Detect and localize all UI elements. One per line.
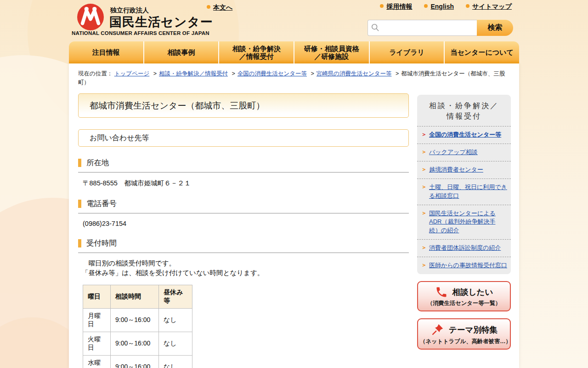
breadcrumb-items: >トップページ >相談・紛争解決／情報受付 >全国の消費生活センター等 >宮崎県… xyxy=(78,70,505,86)
address-value: 〒885-8555 都城市姫城町６－２１ xyxy=(83,179,409,188)
breadcrumb-link[interactable]: トップページ xyxy=(114,70,149,77)
search-button[interactable]: 検索 xyxy=(477,20,513,36)
arrow-icon: ＞ xyxy=(421,261,427,269)
pushpin-icon xyxy=(430,323,444,337)
contact-box-title: お問い合わせ先等 xyxy=(78,129,409,147)
address-section: 所在地 〒885-8555 都城市姫城町６－２１ xyxy=(78,158,409,188)
hours-section: 受付時間 曜日別の相談受付時間です。 「昼休み等」は、相談を受け付けていない時間… xyxy=(78,238,409,368)
main-nav: 注目情報 相談事例 相談・紛争解決 ／情報受付 研修・相談員資格 ／研修施設 ラ… xyxy=(69,41,519,63)
nav-tab[interactable]: 相談事例 xyxy=(143,41,219,63)
hours-table-header-cell: 相談時間 xyxy=(111,285,159,309)
bullet-icon xyxy=(466,4,469,8)
breadcrumb-link[interactable]: 全国の消費生活センター等 xyxy=(237,70,307,77)
sidebar-items: ＞全国の消費生活センター等 ＞バックアップ相談 ＞越境消費者センター ＞土曜、日… xyxy=(417,126,511,274)
topics-button[interactable]: テーマ別特集 （ネットトラブル、高齢者被害…） xyxy=(417,318,511,350)
hours-table-header-cell: 曜日 xyxy=(83,285,111,309)
sidebar-item[interactable]: ＞国民生活センターによるADR（裁判外紛争解決手続）の紹介 xyxy=(417,205,511,240)
header-link[interactable]: 採用情報 xyxy=(380,3,412,11)
organization-logo-icon xyxy=(77,4,104,30)
sidebar-item[interactable]: ＞医師からの事故情報受付窓口 xyxy=(417,257,511,274)
bullet-icon xyxy=(207,5,210,9)
nav-tab[interactable]: ライブラリ xyxy=(369,41,444,63)
site-logo-link[interactable]: 独立行政法人 国民生活センター NATIONAL CONSUMER AFFAIR… xyxy=(72,3,269,40)
sidebar: 相談・紛争解決／ 情報受付 ＞全国の消費生活センター等 ＞バックアップ相談 ＞越… xyxy=(417,95,511,350)
bullet-icon xyxy=(380,4,384,8)
content-panel: 現在の位置： >トップページ >相談・紛争解決／情報受付 >全国の消費生活センタ… xyxy=(69,63,519,368)
main-column: 都城市消費生活センター（都城市、三股町） お問い合わせ先等 所在地 〒885-8… xyxy=(78,93,409,368)
section-marker-icon xyxy=(78,200,81,208)
hours-table: 曜日相談時間昼休み等 月曜日9:00～16:00なし 火曜日9:00～16:00… xyxy=(83,285,192,368)
sidebar-menu: 相談・紛争解決／ 情報受付 ＞全国の消費生活センター等 ＞バックアップ相談 ＞越… xyxy=(417,95,511,274)
hours-table-header-row: 曜日相談時間昼休み等 xyxy=(83,285,192,309)
bullet-icon xyxy=(424,4,428,8)
arrow-icon: ＞ xyxy=(421,183,427,191)
org-name-label: 国民生活センター xyxy=(109,14,213,30)
header-link[interactable]: サイトマップ xyxy=(466,3,512,11)
arrow-icon: ＞ xyxy=(421,131,427,138)
phone-section: 電話番号 (0986)23-7154 xyxy=(78,199,409,227)
search-input[interactable] xyxy=(368,20,477,36)
hours-description-1: 曜日別の相談受付時間です。 xyxy=(82,259,409,268)
breadcrumb-link[interactable]: 相談・紛争解決／情報受付 xyxy=(159,70,228,77)
sidebar-item[interactable]: ＞消費者団体訴訟制度の紹介 xyxy=(417,240,511,257)
sidebar-item[interactable]: ＞全国の消費生活センター等 xyxy=(417,126,511,144)
hours-table-header-cell: 昼休み等 xyxy=(159,285,192,309)
nav-tab[interactable]: 研修・相談員資格 ／研修施設 xyxy=(294,41,369,63)
sidebar-title: 相談・紛争解決／ 情報受付 xyxy=(417,95,511,126)
hours-table-body: 月曜日9:00～16:00なし 火曜日9:00～16:00なし 水曜日9:00～… xyxy=(83,309,192,368)
hours-table-row: 月曜日9:00～16:00なし xyxy=(83,309,192,332)
section-marker-icon xyxy=(78,159,81,167)
sidebar-item[interactable]: ＞バックアップ相談 xyxy=(417,144,511,161)
breadcrumb-prefix: 現在の位置： xyxy=(78,70,113,77)
arrow-icon: ＞ xyxy=(421,244,427,252)
nav-tab[interactable]: 当センターについて xyxy=(444,41,519,63)
arrow-icon: ＞ xyxy=(421,166,427,173)
phone-icon xyxy=(435,286,448,299)
nav-tab[interactable]: 注目情報 xyxy=(69,41,143,63)
sidebar-item[interactable]: ＞土曜、日曜、祝日に利用できる相談窓口 xyxy=(417,179,511,205)
hours-table-row: 火曜日9:00～16:00なし xyxy=(83,332,192,356)
hours-description-2: 「昼休み等」は、相談を受け付けていない時間となります。 xyxy=(82,268,409,278)
hours-heading: 受付時間 xyxy=(86,238,117,248)
section-marker-icon xyxy=(78,239,81,247)
phone-heading: 電話番号 xyxy=(86,199,117,209)
page-title-box: 都城市消費生活センター（都城市、三股町） xyxy=(78,93,409,118)
page-title: 都城市消費生活センター（都城市、三股町） xyxy=(90,100,265,112)
skip-to-content-link[interactable]: 本文へ xyxy=(207,4,232,12)
nav-tab[interactable]: 相談・紛争解決 ／情報受付 xyxy=(218,41,294,63)
org-name-english-label: NATIONAL CONSUMER AFFAIRS CENTER OF JAPA… xyxy=(72,30,209,36)
arrow-icon: ＞ xyxy=(421,209,427,217)
address-heading: 所在地 xyxy=(86,158,109,168)
search-icon xyxy=(371,23,379,32)
top-links: 採用情報 English サイトマップ xyxy=(380,3,512,11)
consult-button[interactable]: 相談したい （消費生活センター等一覧） xyxy=(417,281,511,311)
search-bar: 検索 xyxy=(368,20,513,36)
phone-value: (0986)23-7154 xyxy=(83,220,409,227)
hours-table-row: 水曜日9:00～16:00なし xyxy=(83,356,192,368)
sidebar-item[interactable]: ＞越境消費者センター xyxy=(417,161,511,179)
breadcrumb: 現在の位置： >トップページ >相談・紛争解決／情報受付 >全国の消費生活センタ… xyxy=(78,69,509,87)
breadcrumb-link[interactable]: 宮崎県の消費生活センター等 xyxy=(317,70,392,77)
arrow-icon: ＞ xyxy=(421,148,427,156)
header-link[interactable]: English xyxy=(424,3,454,11)
site-header: 独立行政法人 国民生活センター NATIONAL CONSUMER AFFAIR… xyxy=(69,0,519,41)
